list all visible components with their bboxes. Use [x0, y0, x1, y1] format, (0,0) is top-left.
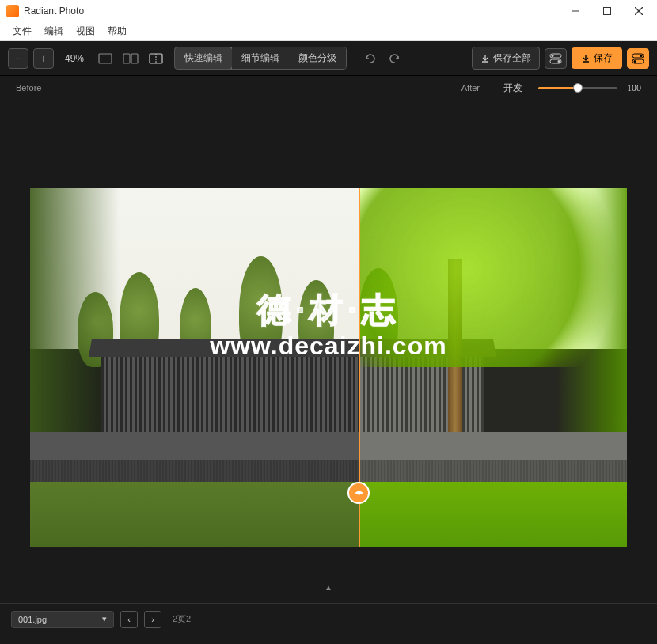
- chevron-down-icon: ▾: [102, 614, 107, 624]
- app-title: Radiant Photo: [24, 6, 567, 17]
- menu-view[interactable]: 视图: [70, 25, 101, 38]
- develop-slider[interactable]: [538, 87, 617, 89]
- prev-image-button[interactable]: ‹: [120, 611, 138, 628]
- slider-fill: [538, 87, 578, 89]
- tab-color-grading[interactable]: 颜色分级: [289, 47, 346, 69]
- maximize-button[interactable]: [598, 2, 616, 20]
- undo-icon[interactable]: [359, 48, 380, 69]
- save-all-label: 保存全部: [493, 51, 531, 65]
- compare-handle[interactable]: [347, 482, 370, 504]
- zoom-in-button[interactable]: +: [33, 48, 54, 69]
- slider-thumb[interactable]: [573, 83, 583, 93]
- menu-edit[interactable]: 编辑: [38, 25, 70, 38]
- file-selector[interactable]: 001.jpg ▾: [11, 611, 114, 628]
- canvas-area: 德·材·志 www.decaizhi.com ▲: [0, 100, 657, 603]
- settings-toggle-button[interactable]: [627, 48, 649, 69]
- redo-icon[interactable]: [385, 48, 405, 69]
- tab-detail-edit[interactable]: 细节编辑: [232, 47, 289, 69]
- svg-rect-4: [99, 54, 112, 63]
- view-single-icon[interactable]: [95, 48, 116, 69]
- menu-file[interactable]: 文件: [6, 25, 38, 38]
- menu-help[interactable]: 帮助: [101, 25, 133, 38]
- download-icon: [581, 54, 591, 63]
- compare-bar: Before After 开发 100: [0, 76, 657, 100]
- before-label: Before: [16, 83, 461, 93]
- tab-quick-edit[interactable]: 快速编辑: [174, 47, 233, 70]
- minimize-button[interactable]: [567, 2, 584, 20]
- save-button[interactable]: 保存: [572, 47, 622, 69]
- save-label: 保存: [594, 51, 613, 65]
- view-compare-icon[interactable]: [146, 48, 166, 69]
- window-controls: [567, 2, 648, 20]
- preview-image[interactable]: 德·材·志 www.decaizhi.com: [30, 188, 627, 547]
- download-icon: [480, 54, 490, 63]
- svg-point-11: [552, 55, 554, 57]
- edit-mode-tabs: 快速编辑 细节编辑 颜色分级: [174, 47, 347, 70]
- expand-filmstrip-icon[interactable]: ▲: [325, 583, 332, 592]
- current-filename: 001.jpg: [18, 615, 47, 624]
- next-image-button[interactable]: ›: [144, 611, 161, 628]
- svg-point-12: [558, 60, 560, 63]
- panel-toggle-button[interactable]: [545, 48, 567, 69]
- toolbar: − + 49% 快速编辑 细节编辑 颜色分级 保存全部 保存: [0, 41, 657, 76]
- watermark-text-1: 德·材·志: [257, 288, 399, 332]
- titlebar: Radiant Photo: [0, 0, 657, 22]
- zoom-level: 49%: [59, 53, 90, 64]
- svg-rect-6: [131, 54, 138, 63]
- svg-rect-1: [604, 8, 611, 15]
- save-all-button[interactable]: 保存全部: [472, 47, 540, 70]
- svg-rect-5: [123, 54, 130, 63]
- watermark-text-2: www.decaizhi.com: [210, 331, 446, 361]
- zoom-out-button[interactable]: −: [8, 48, 28, 69]
- develop-label: 开发: [503, 81, 522, 95]
- svg-point-15: [640, 55, 643, 57]
- menubar: 文件 编辑 视图 帮助: [0, 22, 657, 41]
- view-split-icon[interactable]: [120, 48, 141, 69]
- svg-point-16: [634, 60, 636, 63]
- bottombar: 001.jpg ▾ ‹ › 2页2: [0, 603, 657, 635]
- close-button[interactable]: [630, 2, 648, 20]
- develop-value: 100: [627, 82, 641, 94]
- app-icon: [6, 5, 19, 17]
- page-indicator: 2页2: [173, 613, 191, 625]
- after-label: After: [461, 83, 480, 93]
